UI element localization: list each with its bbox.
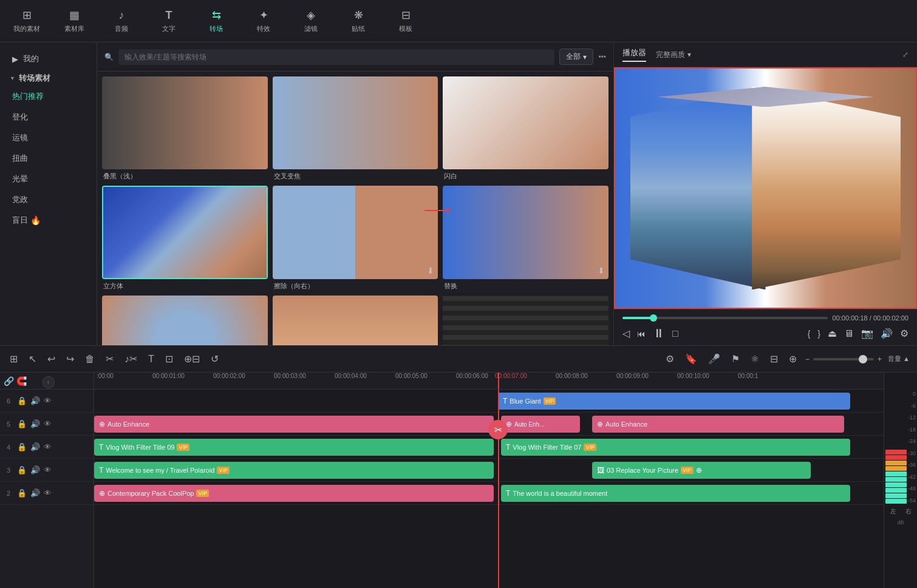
tl-grid-btn[interactable]: ⊞ <box>7 351 20 367</box>
tl-copy-btn[interactable]: ⊡ <box>163 351 176 367</box>
grid-item-darken[interactable]: 叠黑（浅） <box>102 76 268 181</box>
sidebar-item-dangzheng[interactable]: 党政 <box>0 189 97 210</box>
sidebar-item-denghua[interactable]: 登化 <box>0 107 97 127</box>
tl-undo-btn[interactable]: ↩ <box>45 351 58 367</box>
export-btn[interactable]: ⏏ <box>828 328 837 339</box>
clip-auto-enhance-1[interactable]: ⊕ Auto Enhance <box>94 416 494 433</box>
toolbar-item-filter[interactable]: ◈ 滤镜 <box>296 8 326 33</box>
tl-audio-cut-btn[interactable]: ♪✂ <box>122 351 140 367</box>
settings-btn[interactable]: ⚙ <box>900 328 908 339</box>
zoom-minus-btn[interactable]: − <box>805 355 810 363</box>
sidebar-category-transition[interactable]: ▼ 转场素材 <box>0 69 97 86</box>
grid-item-fade[interactable]: ⬇ 淡入淡出（灰） <box>443 296 608 345</box>
speaker-icon-5[interactable]: 🔊 <box>30 419 40 428</box>
speaker-icon[interactable]: 🔊 <box>30 396 40 405</box>
tl-cut-btn[interactable]: ✂ <box>103 351 116 367</box>
mark-in-btn[interactable]: { <box>808 329 811 339</box>
ruler-0: :00:00 <box>97 373 114 379</box>
search-input[interactable] <box>118 49 554 65</box>
sidebar-item-niuqu[interactable]: 扭曲 <box>0 148 97 169</box>
tl-pointer-btn[interactable]: ↖ <box>26 351 39 367</box>
clip-replace-picture[interactable]: 🖼 03 Replace Your Picture VIP ⊕ <box>592 462 811 479</box>
sidebar-collapse-btn[interactable]: ‹ <box>43 376 55 388</box>
lock-icon-3[interactable]: 🔒 <box>17 465 27 475</box>
clip-the-world[interactable]: T The world is a beautiful moment <box>501 485 850 502</box>
clip-vlog-title-07[interactable]: T Vlog With Filter Title 07 VIP <box>501 439 850 456</box>
clip-auto-enhance-2[interactable]: ⊕ Auto Enh... <box>501 416 580 433</box>
volume-label[interactable]: 音量 ▲ <box>888 354 910 363</box>
tab-player[interactable]: 播放器 <box>622 47 646 62</box>
toolbar-item-audio[interactable]: ♪ 音频 <box>107 9 136 33</box>
sidebar-my[interactable]: ▶ 我的 <box>0 49 97 69</box>
grid-item-crossfocus[interactable]: 交叉变焦 <box>273 76 438 181</box>
grid-item-circle[interactable]: ⬇ 圆形（出） <box>102 296 268 345</box>
mark-out-btn[interactable]: } <box>817 329 820 339</box>
eye-icon-2[interactable]: 👁 <box>44 488 52 498</box>
frame-back-btn[interactable]: ⏮ <box>637 329 646 339</box>
grid-item-replace[interactable]: ⬇ 替换 <box>443 186 608 290</box>
clip-auto-enhance-3[interactable]: ⊕ Auto Enhance <box>592 416 844 433</box>
tl-rotate-btn[interactable]: ↺ <box>208 351 221 367</box>
grid-item-flash[interactable]: 闪白 <box>443 76 608 181</box>
toolbar-item-material-lib[interactable]: ▦ 素材库 <box>60 8 89 33</box>
grid-item-cube[interactable]: 立方体 <box>102 186 268 290</box>
quality-dropdown[interactable]: 完整画质 ▾ <box>656 50 691 60</box>
more-options-icon[interactable]: ••• <box>598 53 606 61</box>
progress-track[interactable] <box>622 317 828 319</box>
filter-dropdown[interactable]: 全部 ▾ <box>559 49 593 65</box>
lock-icon-5[interactable]: 🔒 <box>17 419 27 428</box>
lock-icon[interactable]: 🔒 <box>17 396 27 405</box>
sidebar-item-popular[interactable]: 热门推荐 <box>0 86 97 107</box>
toolbar-item-template[interactable]: ⊟ 模板 <box>391 8 420 33</box>
toolbar-item-text[interactable]: T 文字 <box>154 9 183 33</box>
monitor-btn[interactable]: 🖥 <box>844 328 854 339</box>
tl-delete-btn[interactable]: 🗑 <box>83 351 97 367</box>
magnet-icon[interactable]: 🧲 <box>16 376 27 386</box>
snapshot-btn[interactable]: 📷 <box>861 328 873 339</box>
step-back-btn[interactable]: ◁ <box>622 328 630 339</box>
timeline-ruler[interactable]: :00:00 00:00:01:00 00:00:02:00 00:00:03:… <box>94 373 884 390</box>
toolbar-item-transition[interactable]: ⇆ 转场 <box>202 8 231 33</box>
tl-minus-track-btn[interactable]: ⊟ <box>768 351 780 367</box>
eye-icon-4[interactable]: 👁 <box>44 442 52 451</box>
tl-mark-btn[interactable]: 🔖 <box>683 351 700 367</box>
tl-redo-btn[interactable]: ↪ <box>64 351 77 367</box>
tl-plus-track-btn[interactable]: ⊕ <box>786 351 799 367</box>
track-header-5: 5 🔒 🔊 👁 <box>0 413 94 436</box>
tl-flag-btn[interactable]: ⚑ <box>729 351 742 367</box>
tl-atom-btn[interactable]: ⚛ <box>748 351 762 367</box>
speaker-icon-2[interactable]: 🔊 <box>30 488 40 498</box>
clip-vlog-title-09[interactable]: T Vlog With Filter Title 09 VIP <box>94 439 494 456</box>
eye-icon[interactable]: 👁 <box>44 396 52 405</box>
sidebar-item-yunjing[interactable]: 运镜 <box>0 127 97 148</box>
sidebar-item-guanghao[interactable]: 光晕 <box>0 169 97 189</box>
grid-item-zoom[interactable]: ⬇ 镜头放大 <box>273 296 438 345</box>
lock-icon-2[interactable]: 🔒 <box>17 488 27 498</box>
zoom-plus-btn[interactable]: + <box>878 355 882 363</box>
play-btn[interactable]: ⏸ <box>653 326 665 340</box>
eye-icon-5[interactable]: 👁 <box>44 419 52 428</box>
grid-item-wipe[interactable]: ⬇ 擦除（向右） <box>273 186 438 290</box>
toolbar-item-sticker[interactable]: ❋ 贴纸 <box>344 8 373 33</box>
clip-blue-giant[interactable]: T Blue Giant VIP <box>498 393 850 410</box>
download-icon[interactable]: ⬇ <box>427 266 434 275</box>
expand-icon[interactable]: ⤢ <box>902 50 908 59</box>
speaker-icon-4[interactable]: 🔊 <box>30 442 40 451</box>
clip-contemporary[interactable]: ⊕ Contemporary Pack CoolPop VIP <box>94 485 494 502</box>
download-icon-replace[interactable]: ⬇ <box>598 266 605 275</box>
sidebar-item-mangri[interactable]: 盲日 🔥 <box>0 210 97 231</box>
volume-btn[interactable]: 🔊 <box>881 328 893 339</box>
tl-text-btn[interactable]: T <box>146 351 157 367</box>
toolbar-item-my-material[interactable]: ⊞ 我的素材 <box>12 8 41 33</box>
clip-travel-polaroid[interactable]: T Welcome to see my / Travel Polaroid VI… <box>94 462 494 479</box>
zoom-slider[interactable] <box>813 358 874 360</box>
toolbar-item-effects[interactable]: ✦ 特效 <box>249 8 278 33</box>
stop-btn[interactable]: □ <box>672 328 678 339</box>
eye-icon-3[interactable]: 👁 <box>44 465 52 475</box>
tl-group-btn[interactable]: ⊕⊟ <box>182 351 202 367</box>
tl-settings-btn[interactable]: ⚙ <box>663 351 677 367</box>
tl-mic-btn[interactable]: 🎤 <box>706 351 723 367</box>
speaker-icon-3[interactable]: 🔊 <box>30 465 40 475</box>
lock-icon-4[interactable]: 🔒 <box>17 442 27 451</box>
link-icon[interactable]: 🔗 <box>4 376 14 386</box>
